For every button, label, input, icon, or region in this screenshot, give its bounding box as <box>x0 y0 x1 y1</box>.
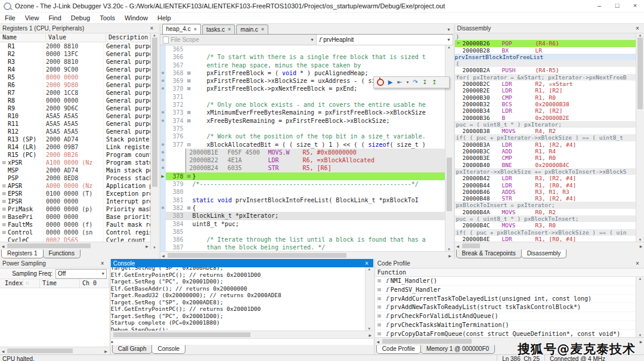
power-close-icon[interactable]: × <box>98 260 107 267</box>
code-line-367[interactable]: 367entire heap space, minus the space ta… <box>160 61 445 69</box>
disassembly-vscrollbar[interactable]: ▲ ▼ <box>636 33 644 242</box>
fold-icon[interactable]: ⊞ <box>185 77 193 85</box>
execution-arrow-icon[interactable]: ▶ <box>160 172 166 180</box>
register-row[interactable]: ⊞xPSRA100 0000 (NzProgram status regist <box>0 159 150 166</box>
disassembly-instruction[interactable]: 20000B2APUSH{R4-R5} <box>455 67 636 73</box>
disassembly-instruction[interactable]: 20000B4ELDRR1, [R0, #4] <box>455 236 636 242</box>
disassembly-listing[interactable]: }▷20000B26POP{R4-R6}20000B28BXLRprvInser… <box>455 33 636 242</box>
gutter[interactable] <box>160 61 166 69</box>
editor-tab-heap_4-c[interactable]: heap_4.c× <box>162 24 201 34</box>
code-line-382[interactable]: ●382⊞{ <box>160 204 445 212</box>
file-scope-dropdown[interactable]: File Scope ▾ <box>160 35 317 45</box>
gutter[interactable] <box>160 243 166 251</box>
code-line-378[interactable]: ▶378⊞} <box>160 172 445 180</box>
register-row[interactable]: R12A5A5 A5A5General purpose regis <box>0 128 150 135</box>
expand-icon[interactable]: ⊞ <box>0 182 8 190</box>
disassembly-instruction[interactable]: 20000B2CLDRR2, =xStart <box>455 81 636 87</box>
code-line-374[interactable]: ●374⊞xFreeBytesRemaining = pxFirstFreeBl… <box>160 117 445 125</box>
tab-registers-1[interactable]: Registers 1 <box>1 249 44 258</box>
scroll-right-icon[interactable]: ▶ <box>638 340 644 344</box>
reset-icon[interactable]: ⇤ <box>396 78 404 87</box>
register-row[interactable]: ⊞BasePri0000 0000Base priority mask re <box>0 213 150 221</box>
fold-icon[interactable]: ⊞ <box>185 204 193 212</box>
code-line-371[interactable]: 371 <box>160 93 445 101</box>
profile-function-row[interactable]: ⊞fPendSV_Handler <box>375 286 636 295</box>
expand-icon[interactable]: ⊞ <box>375 321 383 329</box>
profile-function-row[interactable]: ⊞fprvAddCurrentTaskToDelayedList(unsigne… <box>375 295 636 304</box>
breakpoint-gutter[interactable]: ● <box>160 156 166 164</box>
disassembly-instruction[interactable]: 20000B3ALDRR1, [R2, #4] <box>455 141 636 148</box>
step-out-icon[interactable]: ↥ <box>431 78 439 87</box>
disassembly-instruction[interactable]: 20000B2ELDRR1, [R2] <box>455 87 636 94</box>
scroll-right-icon[interactable]: ▶ <box>638 244 644 248</box>
disassembly-hscrollbar[interactable]: ◀ ▶ <box>455 242 644 249</box>
tab-call-graph[interactable]: Call Graph <box>112 345 153 354</box>
gutter[interactable] <box>160 132 166 140</box>
expand-icon[interactable]: ⊞ <box>0 159 8 166</box>
scroll-thumb[interactable] <box>168 253 346 258</box>
scroll-thumb[interactable] <box>637 38 643 109</box>
scroll-left-icon[interactable]: ◀ <box>0 349 6 353</box>
expand-icon[interactable]: ⊞ <box>0 190 8 198</box>
register-row[interactable]: R72000 1CC8General purpose regis <box>0 89 150 97</box>
registers-col-description[interactable]: Description <box>106 33 150 42</box>
scroll-up-icon[interactable]: ▲ <box>447 45 451 49</box>
disassembly-instruction[interactable]: 20000B44LDRR1, [R0, #4] <box>455 182 636 189</box>
menu-view[interactable]: View <box>20 13 44 23</box>
maximize-button[interactable]: □ <box>608 0 626 12</box>
tab-functions[interactable]: Functions <box>43 249 80 258</box>
register-row[interactable]: R58000 0000General purpose regis <box>0 73 150 81</box>
menu-file[interactable]: File <box>0 13 20 23</box>
register-row[interactable]: ⊞APSRA000 0000 (NzApplication program s <box>0 182 150 190</box>
console-log[interactable]: Target.SetReg ("SP", 0x2000ADE8);Elf.Get… <box>111 267 365 331</box>
profile-function-row[interactable]: ⊞fprvCopyDataFromQueue(const struct Queu… <box>375 330 636 337</box>
editor-tab-tasks-c[interactable]: tasks.c× <box>202 24 235 34</box>
scroll-right-icon[interactable]: ▶ <box>367 333 373 337</box>
expand-icon[interactable]: ⊞ <box>375 286 383 294</box>
console-close-icon[interactable]: × <box>363 260 371 267</box>
expand-icon[interactable]: ⊞ <box>0 205 8 213</box>
scroll-up-icon[interactable]: ▲ <box>153 33 156 37</box>
console-hscrollbar[interactable]: ▶ <box>111 331 373 338</box>
minimize-button[interactable]: – <box>590 0 608 12</box>
disassembly-instruction[interactable]: 20000B4CMOVSR3, R0 <box>455 222 636 229</box>
scroll-right-icon[interactable]: ▶ <box>144 244 150 248</box>
run-icon[interactable]: ▶ <box>386 78 395 87</box>
inline-disassembly-row[interactable]: ●20000B1EF05F 4500MOVS.WR5, #0x80000000 <box>160 149 445 156</box>
tab-memory-1-000000f0[interactable]: Memory 1 @ 000000F0 <box>420 345 495 354</box>
expand-icon[interactable]: ⊞ <box>0 221 8 229</box>
fold-icon[interactable]: ⊞ <box>185 85 193 92</box>
fold-icon[interactable]: ⊞ <box>185 109 193 116</box>
code-line-372[interactable]: 372/* Only one block exists - and it cov… <box>160 101 445 109</box>
gutter[interactable] <box>160 212 166 220</box>
gutter[interactable] <box>160 125 166 132</box>
profile-function-row[interactable]: ⊞fprvCheckTasksWaitingTermination() <box>375 321 636 330</box>
disassembly-source-line[interactable]: if( ( puc + pxBlockToInsert->xBlockSize … <box>455 229 636 236</box>
breakpoint-gutter[interactable]: ● <box>160 141 166 149</box>
scroll-left-icon[interactable]: ◀ <box>0 244 6 248</box>
code-line-383[interactable]: 383BlockLink_t *pxIterator; <box>160 212 445 220</box>
console-command-input[interactable]: ▸ <box>111 338 373 345</box>
gutter[interactable] <box>160 220 166 228</box>
profile-function-row[interactable]: ⊞fprvAddNewTaskToReadyList(struct tskTas… <box>375 303 636 312</box>
registers-vscrollbar[interactable]: ▲ ▼ <box>150 33 159 249</box>
breakpoint-gutter[interactable]: ● <box>160 164 166 172</box>
scroll-thumb[interactable] <box>152 38 157 187</box>
disassembly-instruction[interactable]: 20000B3CADDR1, R4 <box>455 148 636 155</box>
scroll-up-icon[interactable]: ▲ <box>639 277 642 280</box>
register-row[interactable]: ⊞EPSR0100 0000 (T)Exception program sta <box>0 190 150 198</box>
menu-tools[interactable]: Tools <box>95 13 120 23</box>
editor-tab-main-c[interactable]: main.c× <box>236 24 268 34</box>
register-row[interactable]: R42000 9C00General purpose regis <box>0 66 150 73</box>
scroll-up-icon[interactable]: ▲ <box>367 267 371 271</box>
register-row[interactable]: R80000 0000General purpose regis <box>0 97 150 104</box>
profile-column-header[interactable]: Function <box>375 269 644 277</box>
code-line-365[interactable]: 365 <box>160 45 445 53</box>
tab-break-tracepoints[interactable]: Break & Tracepoints <box>456 249 522 258</box>
code-line-387[interactable]: 387than the block being inserted. */ <box>160 243 445 251</box>
register-row[interactable]: R32000 8810General purpose regis <box>0 58 150 66</box>
menu-help[interactable]: Help <box>153 13 176 23</box>
register-row[interactable]: ⊞PriMask0000 0000 (p)Priority mask regis… <box>0 205 150 213</box>
disassembly-source-line[interactable]: if( ( puc + pxIterator->xBlockSize ) == … <box>455 134 636 141</box>
register-row[interactable]: R13 (SP)2000 AD74Stack pointer <box>0 135 150 143</box>
